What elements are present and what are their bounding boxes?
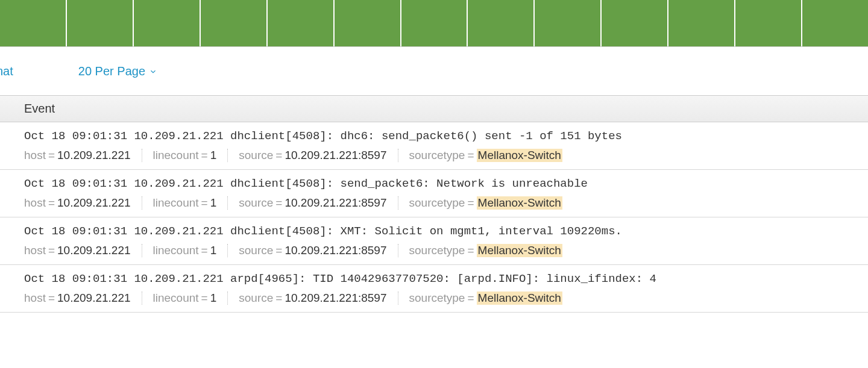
meta-pair-source[interactable]: source = 10.209.21.221:8597 [228,244,398,257]
timeline-segment[interactable] [268,0,335,46]
meta-value[interactable]: 10.209.21.221:8597 [285,244,386,257]
timeline-segment[interactable] [401,0,468,46]
timeline-segment[interactable] [67,0,134,46]
meta-value[interactable]: 1 [210,149,217,162]
meta-pair-linecount[interactable]: linecount = 1 [142,149,228,162]
meta-value[interactable]: 10.209.21.221 [57,244,131,257]
per-page-dropdown[interactable]: 20 Per Page [78,64,157,78]
meta-pair-host[interactable]: host = 10.209.21.221 [24,196,142,210]
meta-pair-host[interactable]: host = 10.209.21.221 [24,244,142,257]
equals-sign: = [48,149,55,162]
meta-value[interactable]: Mellanox-Switch [477,292,562,305]
meta-value[interactable]: 10.209.21.221 [57,292,131,305]
equals-sign: = [275,292,282,305]
event-raw-text[interactable]: Oct 18 09:01:31 10.209.21.221 dhclient[4… [24,225,856,238]
timeline-segment[interactable] [201,0,268,46]
column-header-event: Event [24,102,55,115]
meta-value[interactable]: 10.209.21.221:8597 [285,196,386,210]
meta-key: sourcetype [409,196,465,210]
equals-sign: = [467,292,474,305]
meta-key: sourcetype [409,292,465,305]
equals-sign: = [48,292,55,305]
meta-pair-sourcetype[interactable]: sourcetype = Mellanox-Switch [398,196,573,210]
results-toolbar: nat 20 Per Page [0,47,868,95]
meta-value[interactable]: 1 [210,292,217,305]
timeline-segment[interactable] [602,0,668,46]
meta-pair-linecount[interactable]: linecount = 1 [142,292,228,305]
meta-value[interactable]: 1 [210,244,217,257]
meta-value[interactable]: 10.209.21.221:8597 [285,149,386,162]
event-meta: host = 10.209.21.221linecount = 1source … [24,244,856,257]
equals-sign: = [467,196,474,210]
timeline-segment[interactable] [468,0,535,46]
timeline-segment[interactable] [535,0,602,46]
meta-value[interactable]: 1 [210,196,217,210]
meta-key: host [24,149,46,162]
event-row: Oct 18 09:01:31 10.209.21.221 dhclient[4… [0,170,868,217]
meta-key: sourcetype [409,149,465,162]
equals-sign: = [275,149,282,162]
event-meta: host = 10.209.21.221linecount = 1source … [24,149,856,162]
equals-sign: = [48,244,55,257]
timeline-segment[interactable] [668,0,735,46]
equals-sign: = [201,196,208,210]
meta-pair-sourcetype[interactable]: sourcetype = Mellanox-Switch [398,292,573,305]
equals-sign: = [275,196,282,210]
table-header: Event [0,95,868,122]
meta-pair-source[interactable]: source = 10.209.21.221:8597 [228,196,398,210]
equals-sign: = [467,244,474,257]
meta-key: source [239,292,273,305]
meta-key: host [24,244,46,257]
per-page-label: 20 Per Page [78,64,145,78]
timeline-segment[interactable] [0,0,67,46]
equals-sign: = [201,292,208,305]
meta-key: host [24,292,46,305]
meta-pair-source[interactable]: source = 10.209.21.221:8597 [228,149,398,162]
event-row: Oct 18 09:01:31 10.209.21.221 dhclient[4… [0,122,868,170]
meta-value[interactable]: 10.209.21.221 [57,149,131,162]
meta-key: source [239,244,273,257]
timeline-segment[interactable] [735,0,802,46]
event-row: Oct 18 09:01:31 10.209.21.221 dhclient[4… [0,217,868,265]
timeline-segment[interactable] [134,0,201,46]
meta-key: source [239,149,273,162]
meta-pair-host[interactable]: host = 10.209.21.221 [24,292,142,305]
meta-value[interactable]: Mellanox-Switch [477,149,562,162]
event-raw-text[interactable]: Oct 18 09:01:31 10.209.21.221 dhclient[4… [24,129,856,143]
event-meta: host = 10.209.21.221linecount = 1source … [24,292,856,305]
meta-key: linecount [153,292,199,305]
meta-key: sourcetype [409,244,465,257]
meta-pair-source[interactable]: source = 10.209.21.221:8597 [228,292,398,305]
meta-value[interactable]: Mellanox-Switch [477,244,562,257]
timeline-segment[interactable] [802,0,868,46]
meta-pair-linecount[interactable]: linecount = 1 [142,244,228,257]
meta-key: linecount [153,244,199,257]
event-row: Oct 18 09:01:31 10.209.21.221 arpd[4965]… [0,265,868,313]
meta-key: host [24,196,46,210]
meta-value[interactable]: 10.209.21.221 [57,196,131,210]
meta-value[interactable]: 10.209.21.221:8597 [285,292,386,305]
equals-sign: = [275,244,282,257]
equals-sign: = [48,196,55,210]
event-raw-text[interactable]: Oct 18 09:01:31 10.209.21.221 dhclient[4… [24,177,856,190]
timeline-segment[interactable] [335,0,401,46]
event-raw-text[interactable]: Oct 18 09:01:31 10.209.21.221 arpd[4965]… [24,272,856,285]
chevron-down-icon [149,67,157,78]
meta-pair-host[interactable]: host = 10.209.21.221 [24,149,142,162]
equals-sign: = [467,149,474,162]
equals-sign: = [201,244,208,257]
equals-sign: = [201,149,208,162]
meta-pair-linecount[interactable]: linecount = 1 [142,196,228,210]
format-dropdown[interactable]: nat [0,64,13,78]
meta-pair-sourcetype[interactable]: sourcetype = Mellanox-Switch [398,244,573,257]
meta-key: linecount [153,149,199,162]
timeline-bar[interactable] [0,0,868,47]
meta-value[interactable]: Mellanox-Switch [477,196,562,210]
meta-key: source [239,196,273,210]
meta-key: linecount [153,196,199,210]
event-meta: host = 10.209.21.221linecount = 1source … [24,196,856,210]
meta-pair-sourcetype[interactable]: sourcetype = Mellanox-Switch [398,149,573,162]
